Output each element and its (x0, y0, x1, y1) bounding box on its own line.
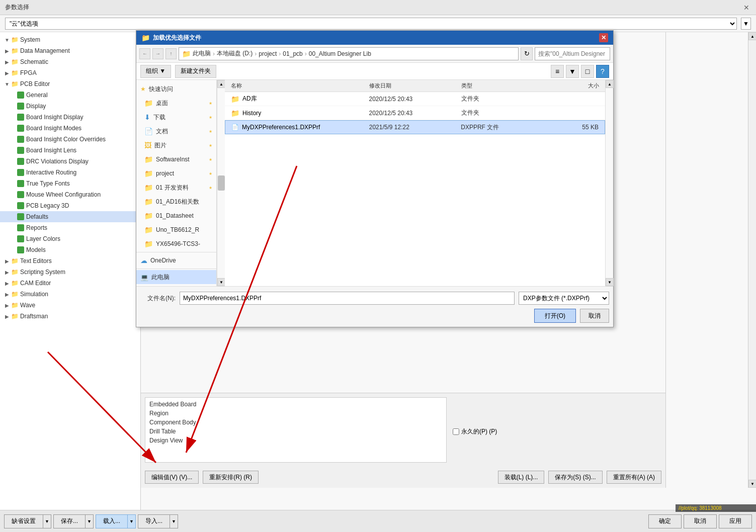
forward-button[interactable]: → (152, 48, 163, 59)
sidebar-item-true-type-fonts[interactable]: ▶ True Type Fonts (0, 178, 140, 189)
apply-button[interactable]: 应用 (719, 514, 752, 528)
sidebar-project[interactable]: 📁 project ★ (136, 166, 216, 181)
sidebar-item-system[interactable]: ▼ 📁 System (0, 34, 140, 45)
window-title: 参数选择 (5, 3, 29, 12)
sidebar-this-pc[interactable]: 💻 此电脑 (136, 270, 216, 284)
sidebar-item-scripting-system[interactable]: ▶ 📁 Scripting System (0, 267, 140, 278)
load-arrow[interactable]: ▼ (128, 514, 136, 528)
sidebar-item-simulation[interactable]: ▶ 📁 Simulation (0, 289, 140, 300)
sidebar-software-inst[interactable]: 📁 SoftwareInst ★ (136, 152, 216, 166)
filetype-select[interactable]: DXP参数文件 (*.DXPPrf) (519, 292, 609, 305)
sidebar-ad16[interactable]: 📁 01_AD16相关数 (136, 195, 216, 209)
dropdown-arrow-btn[interactable]: ▼ (741, 18, 751, 30)
list-item[interactable]: Embedded Board (147, 400, 444, 409)
cancel-button[interactable]: 取消 (684, 514, 717, 528)
dialog-cancel-button[interactable]: 取消 (580, 309, 609, 323)
back-button[interactable]: ← (139, 48, 150, 59)
import-button[interactable]: 导入... (138, 514, 170, 528)
sidebar-item-display[interactable]: ▶ Display (0, 101, 140, 112)
address-path[interactable]: 📁 此电脑 › 本地磁盘 (D:) › project › 01_pcb › 0… (179, 47, 519, 60)
sidebar-desktop[interactable]: 📁 桌面 ★ (136, 96, 216, 110)
sidebar-item-drc-violations[interactable]: ▶ DRC Violations Display (0, 156, 140, 167)
edit-value-button[interactable]: 编辑值(V) (V)... (145, 471, 199, 484)
close-button[interactable]: ✕ (742, 3, 751, 12)
default-settings-button[interactable]: 缺省设置 (4, 514, 43, 528)
sidebar-item-mouse-wheel[interactable]: ▶ Mouse Wheel Configuration (0, 189, 140, 200)
filename-input[interactable] (180, 292, 515, 305)
sidebar-item-general[interactable]: ▶ General (0, 90, 140, 101)
sidebar-item-pcb-editor[interactable]: ▼ 📁 PCB Editor (0, 78, 140, 90)
sidebar-yx65496[interactable]: 📁 YX65496-TCS3- (136, 237, 216, 251)
dialog-close-button[interactable]: ✕ (599, 33, 608, 42)
sidebar-datasheet[interactable]: 📁 01_Datasheet (136, 209, 216, 223)
up-button[interactable]: ↑ (165, 48, 177, 59)
sidebar-item-interactive-routing[interactable]: ▶ Interactive Routing (0, 167, 140, 178)
sidebar-item-data-management[interactable]: ▶ 📁 Data Management (0, 45, 140, 56)
reset-all-button[interactable]: 重置所有(A) (A) (607, 471, 661, 484)
sidebar-item-pcb-legacy-3d[interactable]: ▶ PCB Legacy 3D (0, 200, 140, 211)
list-item[interactable]: Region (147, 409, 444, 418)
sidebar-item-reports[interactable]: ▶ Reports (0, 222, 140, 233)
organize-button[interactable]: 组织 ▼ (140, 65, 171, 78)
scroll-down-btn[interactable]: ▼ (748, 480, 756, 488)
col-type-header[interactable]: 类型 (461, 82, 553, 90)
sidebar-dev-materials[interactable]: 📁 01 开发资料 ★ (136, 181, 216, 195)
sidebar-item-layer-colors[interactable]: ▶ Layer Colors (0, 233, 140, 244)
col-size-header[interactable]: 大小 (553, 82, 604, 90)
permanent-label: 永久的(P) (P) (461, 427, 497, 436)
permanent-checkbox[interactable] (453, 428, 459, 435)
scroll-up[interactable]: ▲ (217, 80, 225, 88)
save-button[interactable]: 保存... (53, 514, 86, 528)
search-input[interactable] (535, 47, 610, 60)
save-group: 保存... ▼ (53, 514, 94, 528)
load-button[interactable]: 装载(L) (L)... (498, 471, 545, 484)
sidebar-item-schematic[interactable]: ▶ 📁 Schematic (0, 56, 140, 67)
scroll-down[interactable]: ▼ (606, 278, 614, 286)
table-row[interactable]: 📁 AD库 2020/12/5 20:43 文件夹 (225, 92, 605, 106)
col-date-header[interactable]: 修改日期 (369, 82, 461, 90)
filename-row: 文件名(N): DXP参数文件 (*.DXPPrf) (140, 291, 609, 306)
scroll-up-btn[interactable]: ▲ (748, 32, 756, 40)
view-grid-button[interactable]: □ (581, 65, 594, 78)
save-arrow[interactable]: ▼ (86, 514, 94, 528)
sidebar-item-board-insight-modes[interactable]: ▶ Board Insight Modes (0, 123, 140, 134)
view-dropdown-button[interactable]: ▼ (566, 65, 579, 78)
view-list-button[interactable]: ≡ (551, 65, 564, 78)
sidebar-item-fpga[interactable]: ▶ 📁 FPGA (0, 67, 140, 78)
list-item[interactable]: Design View (147, 436, 444, 445)
save-as-button[interactable]: 保存为(S) (S)... (548, 471, 602, 484)
help-button[interactable]: ? (596, 65, 609, 78)
col-name-header[interactable]: 名称 (227, 82, 369, 90)
cloud-options-select[interactable]: "云"优选项 (5, 18, 737, 30)
rearrange-button[interactable]: 重新安排(R) (R) (203, 471, 259, 484)
import-arrow[interactable]: ▼ (170, 514, 178, 528)
scroll-up[interactable]: ▲ (606, 80, 614, 88)
new-folder-button[interactable]: 新建文件夹 (175, 65, 216, 78)
sidebar-item-models[interactable]: ▶ Models (0, 244, 140, 255)
scroll-down[interactable]: ▼ (217, 278, 225, 286)
sidebar-item-defaults[interactable]: ▶ Defaults (0, 211, 140, 222)
sidebar-uno-tb[interactable]: 📁 Uno_TB6612_R (136, 223, 216, 237)
sidebar-item-draftsman[interactable]: ▶ 📁 Draftsman (0, 311, 140, 322)
sidebar-download[interactable]: ⬇ 下载 ★ (136, 110, 216, 124)
table-row[interactable]: 📄 MyDXPPreferences1.DXPPrf 2021/5/9 12:2… (225, 120, 605, 134)
sidebar-item-wave[interactable]: ▶ 📁 Wave (0, 300, 140, 311)
folder-icon: 📁 (144, 240, 153, 248)
dialog-open-button[interactable]: 打开(O) (534, 309, 576, 323)
default-settings-arrow[interactable]: ▼ (43, 514, 51, 528)
sidebar-item-text-editors[interactable]: ▶ 📁 Text Editors (0, 255, 140, 267)
folder-icon: 📁 (11, 80, 18, 87)
sidebar-item-cam-editor[interactable]: ▶ 📁 CAM Editor (0, 278, 140, 289)
sidebar-images[interactable]: 🖼 图片 ★ (136, 138, 216, 152)
table-row[interactable]: 📁 History 2020/12/5 20:43 文件夹 (225, 106, 605, 120)
sidebar-onedrive[interactable]: ☁ OneDrive (136, 253, 216, 268)
sidebar-item-board-insight-color-overrides[interactable]: ▶ Board Insight Color Overrides (0, 134, 140, 145)
sidebar-item-board-insight-display[interactable]: ▶ Board Insight Display (0, 112, 140, 123)
list-item[interactable]: Component Body (147, 418, 444, 427)
list-item[interactable]: Drill Table (147, 427, 444, 436)
refresh-button[interactable]: ↻ (521, 47, 533, 60)
sidebar-item-board-insight-lens[interactable]: ▶ Board Insight Lens (0, 145, 140, 156)
load-button[interactable]: 载入... (96, 514, 128, 528)
confirm-button[interactable]: 确定 (648, 514, 682, 528)
sidebar-documents[interactable]: 📄 文档 ★ (136, 124, 216, 138)
